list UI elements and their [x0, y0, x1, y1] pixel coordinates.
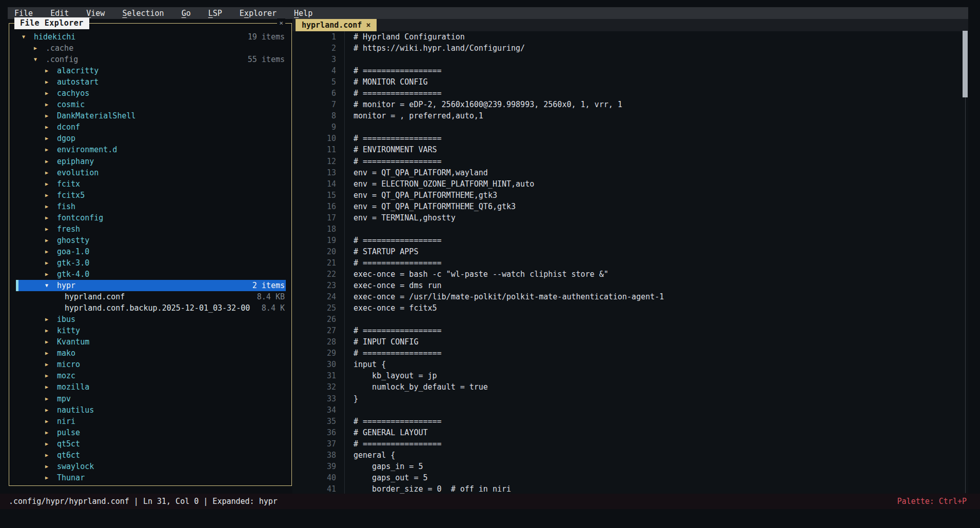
code-line-5[interactable]: 5# MONITOR CONFIG [292, 76, 968, 88]
chevron-right-icon: ▶ [45, 88, 48, 99]
code-line-23[interactable]: 23exec-once = dms run [292, 280, 968, 291]
tree-item-DankMaterialShell[interactable]: ▶DankMaterialShell [9, 110, 291, 121]
tree-item-fcitx5[interactable]: ▶fcitx5 [9, 190, 291, 201]
code-line-32[interactable]: 32 numlock_by_default = true [292, 381, 968, 393]
tree-item-fcitx[interactable]: ▶fcitx [9, 178, 291, 190]
code-line-37[interactable]: 37# ================= [292, 438, 968, 450]
code-text: # MONITOR CONFIG [345, 76, 428, 88]
code-line-25[interactable]: 25exec-once = fcitx5 [292, 302, 968, 314]
tree-item-environment.d[interactable]: ▶environment.d [9, 144, 291, 155]
code-line-38[interactable]: 38general { [292, 450, 968, 461]
tree-item-gtk-3.0[interactable]: ▶gtk-3.0 [9, 257, 291, 269]
code-line-36[interactable]: 36# GENERAL LAYOUT [292, 427, 968, 438]
tree-item-goa-1.0[interactable]: ▶goa-1.0 [9, 246, 291, 257]
code-line-13[interactable]: 13env = QT_QPA_PLATFORM,wayland [292, 167, 968, 178]
tree-item-evolution[interactable]: ▶evolution [9, 167, 291, 178]
menu-item-go[interactable]: Go [182, 9, 191, 18]
tree-item-mozilla[interactable]: ▶mozilla [9, 381, 291, 393]
tree-item-fresh[interactable]: ▶fresh [9, 224, 291, 235]
code-line-4[interactable]: 4# ================= [292, 65, 968, 76]
code-line-22[interactable]: 22exec-once = bash -c "wl-paste --watch … [292, 269, 968, 280]
menu-item-edit[interactable]: Edit [50, 9, 69, 18]
menu-item-view[interactable]: View [86, 9, 105, 18]
tree-item-cosmic[interactable]: ▶cosmic [9, 99, 291, 110]
code-line-17[interactable]: 17env = TERMINAL,ghostty [292, 212, 968, 224]
code-line-27[interactable]: 27# ================= [292, 325, 968, 336]
code-text: env = ELECTRON_OZONE_PLATFORM_HINT,auto [345, 178, 534, 190]
code-line-39[interactable]: 39 gaps_in = 5 [292, 461, 968, 472]
code-line-19[interactable]: 19# ================= [292, 235, 968, 246]
code-line-8[interactable]: 8monitor = , preferred,auto,1 [292, 110, 968, 121]
menu-item-help[interactable]: Help [294, 9, 312, 18]
tree-item-hypr[interactable]: ▼hypr2 items [9, 280, 291, 291]
code-line-1[interactable]: 1# Hyprland Configuration [292, 31, 968, 43]
menu-item-selection[interactable]: Selection [122, 9, 164, 18]
code-line-16[interactable]: 16env = QT_QPA_PLATFORMTHEME_QT6,gtk3 [292, 201, 968, 212]
line-number: 5 [292, 76, 345, 88]
code-line-26[interactable]: 26 [292, 314, 968, 325]
tree-item-nautilus[interactable]: ▶nautilus [9, 404, 291, 416]
chevron-right-icon: ▶ [34, 43, 37, 54]
tree-item-mpv[interactable]: ▶mpv [9, 393, 291, 404]
tree-item-Thunar[interactable]: ▶Thunar [9, 472, 291, 483]
code-line-20[interactable]: 20# STARTUP APPS [292, 246, 968, 257]
tree-item-pulse[interactable]: ▶pulse [9, 427, 291, 438]
tree-item-hyprland.conf.backup.2025-12-01_03-32-00[interactable]: hyprland.conf.backup.2025-12-01_03-32-00… [9, 302, 291, 314]
tree-item-cachyos[interactable]: ▶cachyos [9, 88, 291, 99]
tree-item-fontconfig[interactable]: ▶fontconfig [9, 212, 291, 224]
tree-item-qt6ct[interactable]: ▶qt6ct [9, 450, 291, 461]
tree-item-swaylock[interactable]: ▶swaylock [9, 461, 291, 472]
tree-item-dgop[interactable]: ▶dgop [9, 133, 291, 144]
code-line-6[interactable]: 6# ================= [292, 88, 968, 99]
tree-item-dconf[interactable]: ▶dconf [9, 121, 291, 133]
code-line-30[interactable]: 30input { [292, 359, 968, 370]
tree-item-.config[interactable]: ▼.config55 items [9, 54, 291, 65]
code-line-29[interactable]: 29# ================= [292, 348, 968, 359]
code-line-28[interactable]: 28# INPUT CONFIG [292, 336, 968, 348]
code-text [345, 224, 354, 235]
tree-item-autostart[interactable]: ▶autostart [9, 76, 291, 88]
tab-close-icon[interactable]: × [366, 21, 370, 30]
tree-item-mozc[interactable]: ▶mozc [9, 370, 291, 381]
tree-item-ghostty[interactable]: ▶ghostty [9, 235, 291, 246]
tree-item-hyprland.conf[interactable]: hyprland.conf8.4 KB [9, 291, 291, 302]
code-line-14[interactable]: 14env = ELECTRON_OZONE_PLATFORM_HINT,aut… [292, 178, 968, 190]
tree-item-.cache[interactable]: ▶.cache [9, 43, 291, 54]
tree-item-ibus[interactable]: ▶ibus [9, 314, 291, 325]
menu-item-explorer[interactable]: Explorer [240, 9, 277, 18]
tree-item-qt5ct[interactable]: ▶qt5ct [9, 438, 291, 450]
editor-scrollbar-thumb[interactable] [963, 31, 968, 97]
tree-item-mako[interactable]: ▶mako [9, 348, 291, 359]
code-line-15[interactable]: 15env = QT_QPA_PLATFORMTHEME,gtk3 [292, 190, 968, 201]
code-line-10[interactable]: 10# ================= [292, 133, 968, 144]
code-line-34[interactable]: 34 [292, 404, 968, 416]
code-line-3[interactable]: 3 [292, 54, 968, 65]
code-line-40[interactable]: 40 gaps_out = 5 [292, 472, 968, 483]
tree-item-fish[interactable]: ▶fish [9, 201, 291, 212]
code-line-21[interactable]: 21# ================= [292, 257, 968, 269]
menu-item-file[interactable]: File [14, 9, 33, 18]
editor[interactable]: 1# Hyprland Configuration2# https://wiki… [292, 31, 968, 495]
tree-item-gtk-4.0[interactable]: ▶gtk-4.0 [9, 269, 291, 280]
code-line-31[interactable]: 31 kb_layout = jp [292, 370, 968, 381]
menu-item-lsp[interactable]: LSP [208, 9, 222, 18]
code-line-35[interactable]: 35# ================= [292, 416, 968, 427]
code-line-18[interactable]: 18 [292, 224, 968, 235]
code-line-9[interactable]: 9 [292, 121, 968, 133]
tree-item-niri[interactable]: ▶niri [9, 416, 291, 427]
code-line-41[interactable]: 41 border_size = 0 # off in niri [292, 483, 968, 495]
tree-item-Kvantum[interactable]: ▶Kvantum [9, 336, 291, 348]
code-line-24[interactable]: 24exec-once = /usr/lib/mate-polkit/polki… [292, 291, 968, 302]
tree-item-hidekichi[interactable]: ▼hidekichi19 items [9, 31, 291, 43]
code-line-11[interactable]: 11# ENVIRONMENT VARS [292, 144, 968, 155]
code-line-7[interactable]: 7# monitor = eDP-2, 2560x1600@239.998993… [292, 99, 968, 110]
tab-hyprland-conf[interactable]: hyprland.conf × [296, 19, 377, 31]
code-line-12[interactable]: 12# ================= [292, 156, 968, 167]
tree-item-kitty[interactable]: ▶kitty [9, 325, 291, 336]
tree-item-micro[interactable]: ▶micro [9, 359, 291, 370]
tree-item-alacritty[interactable]: ▶alacritty [9, 65, 291, 76]
tree-item-epiphany[interactable]: ▶epiphany [9, 156, 291, 167]
code-line-2[interactable]: 2# https://wiki.hypr.land/Configuring/ [292, 43, 968, 54]
chevron-right-icon: ▶ [45, 190, 48, 201]
code-line-33[interactable]: 33} [292, 393, 968, 404]
